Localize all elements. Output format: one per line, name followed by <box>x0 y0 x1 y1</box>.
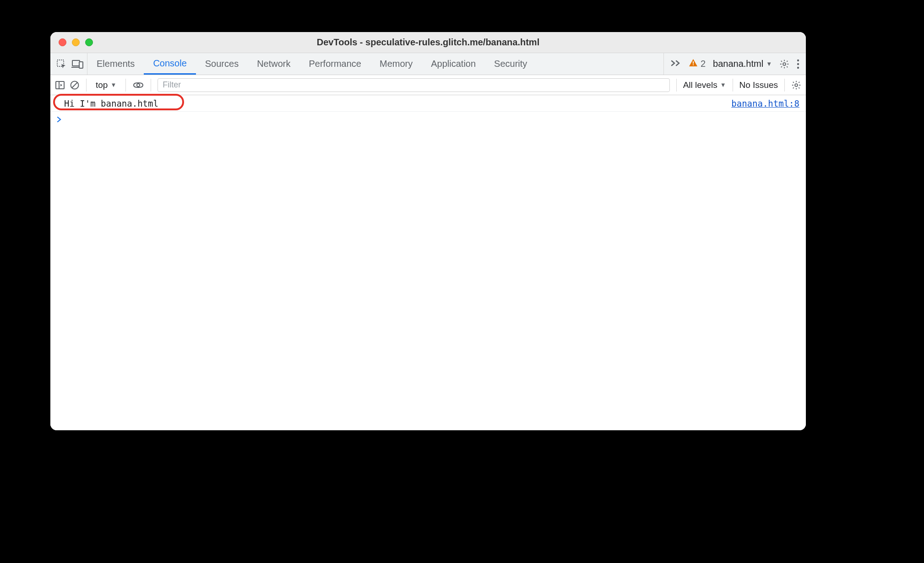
tab-application[interactable]: Application <box>422 53 485 75</box>
zoom-window-button[interactable] <box>85 38 93 46</box>
minimize-window-button[interactable] <box>72 38 80 46</box>
tab-network[interactable]: Network <box>248 53 299 75</box>
window-title: DevTools - speculative-rules.glitch.me/b… <box>50 37 806 48</box>
device-toolbar-icon[interactable] <box>71 59 83 69</box>
console-log-source-link[interactable]: banana.html:8 <box>731 98 799 108</box>
svg-point-15 <box>795 84 798 87</box>
warning-count: 2 <box>701 59 706 69</box>
warnings-badge[interactable]: 2 <box>689 59 706 69</box>
tabstrip-right-tools: 2 banana.html ▼ <box>663 53 806 75</box>
issues-button[interactable]: No Issues <box>739 80 778 90</box>
inspected-page-name: banana.html <box>713 59 763 69</box>
tabstrip-left-tools <box>50 53 87 75</box>
svg-rect-10 <box>56 81 64 89</box>
tab-label: Network <box>257 59 290 69</box>
svg-point-7 <box>797 59 799 61</box>
tab-security[interactable]: Security <box>485 53 536 75</box>
kebab-menu-icon[interactable] <box>797 59 799 69</box>
svg-point-8 <box>797 63 799 65</box>
tab-label: Elements <box>97 59 135 69</box>
svg-point-9 <box>797 66 799 68</box>
console-log-message: Hi I'm banana.html <box>64 98 158 108</box>
tab-label: Security <box>494 59 527 69</box>
tab-label: Console <box>153 58 186 69</box>
chevron-down-icon: ▼ <box>110 81 116 88</box>
execution-context-label: top <box>96 80 108 90</box>
console-prompt[interactable] <box>50 112 806 127</box>
tab-sources[interactable]: Sources <box>196 53 248 75</box>
inspect-element-icon[interactable] <box>56 59 67 70</box>
filter-input[interactable] <box>158 78 669 92</box>
prompt-caret-icon <box>57 115 61 124</box>
console-toolbar: top ▼ All levels ▼ No Issues <box>50 75 806 95</box>
more-tabs-icon[interactable] <box>670 58 681 70</box>
tab-label: Performance <box>309 59 362 69</box>
issues-label: No Issues <box>739 80 778 90</box>
toolbar-separator <box>151 79 151 92</box>
console-settings-icon[interactable] <box>791 80 801 90</box>
tab-label: Sources <box>205 59 239 69</box>
svg-rect-1 <box>72 60 80 66</box>
svg-point-14 <box>137 83 140 86</box>
svg-rect-3 <box>79 62 83 68</box>
titlebar: DevTools - speculative-rules.glitch.me/b… <box>50 32 806 53</box>
toolbar-separator <box>733 79 733 92</box>
tab-console[interactable]: Console <box>144 53 196 75</box>
tab-label: Memory <box>380 59 413 69</box>
settings-icon[interactable] <box>779 59 789 69</box>
toggle-sidebar-icon[interactable] <box>55 81 65 90</box>
svg-line-13 <box>72 82 77 88</box>
warning-icon <box>689 59 698 69</box>
panel-tabs: Elements Console Sources Network Perform… <box>87 53 663 75</box>
toolbar-separator <box>784 79 785 92</box>
log-levels-label: All levels <box>683 80 717 90</box>
window-controls <box>50 38 93 46</box>
log-levels-selector[interactable]: All levels ▼ <box>683 80 726 90</box>
tab-memory[interactable]: Memory <box>370 53 422 75</box>
tabstrip: Elements Console Sources Network Perform… <box>50 53 806 75</box>
close-window-button[interactable] <box>59 38 66 46</box>
toolbar-separator <box>676 79 677 92</box>
console-log-row[interactable]: Hi I'm banana.html banana.html:8 <box>50 95 806 112</box>
execution-context-selector[interactable]: top ▼ <box>93 80 119 90</box>
tab-elements[interactable]: Elements <box>87 53 144 75</box>
devtools-window: DevTools - speculative-rules.glitch.me/b… <box>50 32 806 430</box>
live-expression-icon[interactable] <box>132 81 144 89</box>
tab-label: Application <box>431 59 476 69</box>
console-output: Hi I'm banana.html banana.html:8 <box>50 95 806 430</box>
chevron-down-icon: ▼ <box>766 60 772 67</box>
toolbar-separator <box>125 79 126 92</box>
svg-point-6 <box>783 63 786 65</box>
tab-performance[interactable]: Performance <box>300 53 371 75</box>
inspected-page-selector[interactable]: banana.html ▼ <box>713 59 772 69</box>
svg-rect-4 <box>693 61 694 64</box>
toolbar-separator <box>86 79 87 92</box>
clear-console-icon[interactable] <box>70 80 80 90</box>
chevron-down-icon: ▼ <box>720 81 726 88</box>
svg-rect-5 <box>693 65 694 65</box>
